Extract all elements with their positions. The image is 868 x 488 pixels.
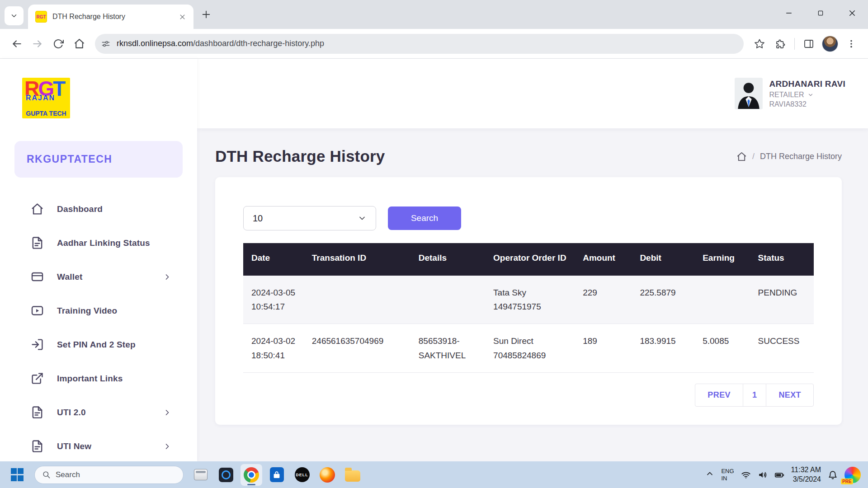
window-controls [773,0,868,26]
battery-icon[interactable] [774,470,784,480]
taskbar: Search DELL ENG IN [0,461,868,488]
sidebar-item-uti-20[interactable]: UTI 2.0 [0,395,197,429]
tab-search-button[interactable] [5,6,24,25]
browser-menu-button[interactable] [841,33,862,54]
cell-date: 2024-03-02 18:50:41 [243,324,304,373]
tab-title: DTH Recharge History [52,13,176,21]
app-store-button[interactable] [266,464,288,486]
cell-debit: 225.5879 [632,276,694,324]
folder-icon [345,470,360,482]
url-path: /dashboard/dth-recharge-history.php [193,39,324,48]
sidebar-item-aadhar-linking-status[interactable]: Aadhar Linking Status [0,226,197,260]
new-tab-button[interactable] [197,5,215,23]
search-icon [42,470,51,479]
taskbar-date: 3/5/2024 [791,475,821,484]
user-info: ARDHANARI RAVI RETAILER RAVIA8332 [769,79,845,108]
col-header-operator-order-id: Operator Order ID [485,243,575,276]
taskbar-search[interactable]: Search [34,466,184,484]
sidebar-item-set-pin[interactable]: Set PIN And 2 Step [0,328,197,361]
tray-expand-button[interactable] [705,469,714,480]
profile-button[interactable] [819,33,841,54]
video-icon [31,304,44,317]
pagination-prev-button[interactable]: PREV [695,384,743,407]
media-app-icon [219,468,233,482]
address-bar[interactable]: rknsdl.onlinepsa.com/dashboard/dth-recha… [95,34,744,54]
user-role-dropdown[interactable]: RETAILER [769,91,845,99]
app-chrome-button[interactable] [241,464,262,486]
taskbar-apps: DELL [190,464,363,486]
sidebar-item-label: Wallet [57,272,163,282]
sidebar-item-label: UTI 2.0 [57,408,163,418]
notifications-bell-icon[interactable] [828,470,838,480]
taskbar-clock[interactable]: 11:32 AM 3/5/2024 [791,465,821,484]
sidebar-item-training-video[interactable]: Training Video [0,294,197,328]
company-logo[interactable]: RGT RAJAN GUPTA TECH [22,78,70,118]
back-arrow-icon [11,38,23,50]
external-link-icon [31,372,44,385]
cell-transaction-id: 246561635704969 [304,324,410,373]
extensions-button[interactable] [770,33,791,54]
cell-earning [694,276,750,324]
back-button[interactable] [6,33,27,54]
pre-badge: PRE [841,479,853,484]
breadcrumb-home-icon[interactable] [736,151,747,162]
app-dell-button[interactable]: DELL [291,464,313,486]
sidebar-item-dashboard[interactable]: Dashboard [0,192,197,226]
page-size-select[interactable]: 10 [243,206,376,230]
brand-name: RKGUPTATECH [27,153,112,165]
search-button[interactable]: Search [388,206,461,230]
site-info-button[interactable] [98,36,114,52]
window-close-button[interactable] [836,0,868,26]
main-area: ARDHANARI RAVI RETAILER RAVIA8332 DTH Re… [197,59,868,461]
sidebar-item-label: Dashboard [57,204,172,214]
side-panel-button[interactable] [798,33,819,54]
cell-operator-order-id: Sun Direct 70485824869 [485,324,575,373]
chevron-down-icon [807,92,814,98]
plus-icon [201,9,211,19]
language-indicator[interactable]: ENG IN [721,468,734,482]
firefox-icon [320,467,335,483]
start-button[interactable] [7,465,27,485]
bookmark-button[interactable] [749,33,770,54]
forward-button[interactable] [27,33,48,54]
wifi-icon[interactable] [741,470,751,480]
col-header-debit: Debit [632,243,694,276]
language-line1: ENG [721,468,734,475]
chrome-icon [244,467,259,483]
sidebar-item-important-links[interactable]: Important Links [0,361,197,395]
taskbar-search-label: Search [56,470,80,479]
sidebar-item-label: Important Links [57,374,172,384]
site-settings-icon [101,39,110,48]
window-minimize-button[interactable] [773,0,805,26]
tab-close-icon[interactable] [176,11,188,23]
chevron-right-icon [163,442,172,451]
pagination-next-button[interactable]: NEXT [766,384,814,407]
page-heading-row: DTH Recharge History / DTH Recharge Hist… [215,147,842,165]
language-line2: IN [721,475,734,482]
sidebar-item-uti-new[interactable]: UTI New [0,429,197,463]
window-maximize-button[interactable] [805,0,836,26]
volume-icon[interactable] [758,470,768,480]
browser-tab-strip: RGT DTH Recharge History [0,0,868,29]
brand-badge[interactable]: RKGUPTATECH [14,141,183,178]
sidebar-item-label: Set PIN And 2 Step [57,340,172,350]
home-icon [31,202,44,216]
history-card: 10 Search Date Transa [215,177,842,425]
sidebar-item-wallet[interactable]: Wallet [0,260,197,294]
app-media-button[interactable] [215,464,237,486]
breadcrumb-separator: / [752,152,755,161]
home-button[interactable] [69,33,90,54]
reload-button[interactable] [48,33,69,54]
col-header-status: Status [750,243,814,276]
app-file-explorer-button[interactable] [342,464,363,486]
app-firefox-button[interactable] [316,464,338,486]
pagination-page-1-button[interactable]: 1 [743,384,766,407]
browser-tab[interactable]: RGT DTH Recharge History [28,5,193,29]
recharge-history-table: Date Transation ID Details Operator Orde… [243,243,814,373]
table-row: 2024-03-05 10:54:17 Tata Sky 1494751975 … [243,276,814,324]
user-menu[interactable]: ARDHANARI RAVI RETAILER RAVIA8332 [735,78,845,109]
user-role: RETAILER [769,91,804,99]
user-avatar [735,78,763,109]
app-window-button[interactable] [190,464,212,486]
screen-recorder-app-icon[interactable]: PRE [844,467,861,483]
